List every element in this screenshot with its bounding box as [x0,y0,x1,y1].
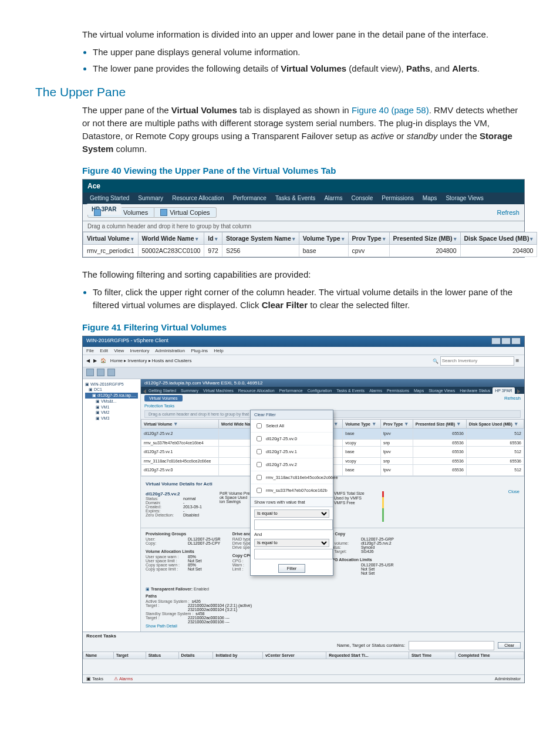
recent-col[interactable]: Details [178,652,213,659]
filter-icon[interactable]: ▾ [131,236,134,242]
filter-icon[interactable]: ▾ [292,236,295,242]
filter-value1-input[interactable] [254,519,333,530]
filter-icon[interactable]: ▾ [195,236,198,242]
col-wwn[interactable]: World Wide Name▾ [138,232,204,245]
tab-virtual-machines[interactable]: Virtual Machines [201,387,236,394]
subtab-virtual-volumes[interactable]: Virtual Volumes [144,395,183,401]
search-go-icon[interactable]: ■ [515,357,519,363]
filter-option[interactable]: dl120g7-25.vv.2 [251,458,333,471]
status-tasks[interactable]: ▣ Tasks [86,676,108,681]
tab-configuration[interactable]: Configuration [305,387,335,394]
filter-option[interactable]: dl120g7-25.vv.0 [251,433,333,445]
filter-icon[interactable]: ▾ [383,236,386,242]
col-volume-type[interactable]: Volume Type▾ [299,232,348,245]
tab-tasks-events[interactable]: Tasks & Events [334,387,367,394]
tab-resource-allocation[interactable]: Resource Allocation [168,193,227,204]
tab-hp-3par[interactable]: HP 3PAR [86,204,122,215]
col-id[interactable]: Id▾ [204,232,222,245]
refresh-link[interactable]: Refresh [504,396,521,401]
tab-getting-started[interactable]: Getting Started [86,193,133,204]
tab-summary[interactable]: Summary [134,193,167,204]
recent-col[interactable]: vCenter Server [262,652,326,659]
recent-filter-input[interactable] [409,641,494,650]
filter-op1-select[interactable]: Is equal to [254,509,329,518]
refresh-link[interactable]: Refresh [497,209,519,216]
table-row[interactable]: rmv_rc_periodic1 50002AC283CC0100 972 S2… [83,245,537,257]
col-disk-used[interactable]: Disk Space Used (MB)▾ [460,232,537,245]
tab-scroll-right-icon[interactable] [517,389,520,394]
filter-icon[interactable]: ▾ [174,421,177,427]
col-virtual-volume[interactable]: Virtual Volume▾ [83,232,139,245]
close-button[interactable] [511,337,521,345]
tab-resource-allocation[interactable]: Resource Allocation [236,387,277,394]
col-presented-size[interactable]: Presented Size (MB) ▾ [413,419,466,428]
col-storage-system[interactable]: Storage System Name▾ [222,232,299,245]
menu-edit[interactable]: Edit [100,348,108,353]
recent-col[interactable]: Initiated by [213,652,263,659]
tab-console[interactable]: Console [348,193,377,204]
tree-node[interactable]: ▣ VM3 [85,416,138,421]
tab-getting-started[interactable]: Getting Started [146,387,178,394]
menu-plugins[interactable]: Plug-ins [191,348,208,353]
tab-permissions[interactable]: Permissions [384,387,411,394]
menu-help[interactable]: Help [214,348,223,353]
col-disk-used[interactable]: Disk Space Used (MB) ▾ [466,419,524,428]
status-alarms[interactable]: ⚠ Alarms [114,676,137,681]
tab-performance[interactable]: Performance [277,387,305,394]
menu-inventory[interactable]: Inventory [130,348,150,353]
menu-view[interactable]: View [114,348,124,353]
filter-icon[interactable]: ▾ [457,421,460,427]
figure-40-link[interactable]: Figure 40 (page 58) [352,105,429,115]
recent-col[interactable]: Status [146,652,178,659]
filter-icon[interactable]: ▾ [373,421,376,427]
tab-maps[interactable]: Maps [411,387,426,394]
tab-maps[interactable]: Maps [419,193,440,204]
maximize-button[interactable] [501,337,511,345]
filter-icon[interactable]: ▾ [405,421,408,427]
filter-icon[interactable]: ▾ [342,236,345,242]
filter-select-all[interactable]: Select All [251,420,333,433]
filter-icon[interactable]: ▾ [530,236,533,242]
tab-storage-views[interactable]: Storage Views [442,193,487,204]
recent-col[interactable]: Start Time [409,652,456,659]
tree-node[interactable]: ▣ VMs&t... [85,399,138,404]
menu-administration[interactable]: Administration [155,348,185,353]
tab-tasks-events[interactable]: Tasks & Events [272,193,319,204]
filter-checkbox[interactable] [257,436,262,441]
toolbar-icon-3[interactable] [107,369,115,376]
home-icon[interactable]: 🏠 [100,358,106,363]
recent-col[interactable]: Name [83,652,114,659]
recent-col[interactable]: Requested Start Ti... [326,652,409,659]
minimize-button[interactable] [491,337,501,345]
subtab-virtual-copies[interactable]: Virtual Copies [154,207,216,218]
tab-hp-3par[interactable]: HP 3PAR [492,387,514,394]
filter-option[interactable]: rmv_su337fe47eb07cc4ce162b [251,484,333,497]
select-all-checkbox[interactable] [257,423,262,428]
tree-node[interactable]: ▣ DC1 [85,387,138,393]
tab-performance[interactable]: Performance [230,193,270,204]
filter-checkbox[interactable] [257,488,262,493]
filter-icon[interactable]: ▾ [515,421,518,427]
col-virtual-volume[interactable]: Virtual Volume ▾ [141,419,219,428]
toolbar-icon-2[interactable] [97,369,104,376]
tree-node[interactable]: ▣ WIN-2016RGFIP5 [85,382,138,387]
filter-option[interactable]: dl120g7-25.vv.1 [251,445,333,458]
filter-value2-input[interactable] [254,549,333,559]
details-close-link[interactable]: Close [508,489,519,494]
filter-icon[interactable]: ▾ [215,236,218,242]
filter-icon[interactable]: ▾ [335,421,338,427]
tree-node[interactable]: ▣ VM1 [85,404,138,410]
nav-back-icon[interactable]: ◀ [86,358,90,363]
show-path-detail-link[interactable]: Show Path Detail [146,624,275,628]
filter-option[interactable]: rmv_3118ac7c816eb45cc6ce2c66ee [251,471,333,484]
tab-summary[interactable]: Summary [178,387,201,394]
filter-icon[interactable]: ▾ [454,236,457,242]
filter-checkbox[interactable] [257,475,262,480]
tab-storage-views[interactable]: Storage Views [426,387,457,394]
tab-permissions[interactable]: Permissions [378,193,417,204]
filter-checkbox[interactable] [257,449,262,454]
tab-alarms[interactable]: Alarms [367,387,384,394]
protection-tasks-link[interactable]: Protection Tasks [141,403,524,409]
toolbar-icon-1[interactable] [86,369,94,376]
recent-col[interactable]: Target [113,652,146,659]
